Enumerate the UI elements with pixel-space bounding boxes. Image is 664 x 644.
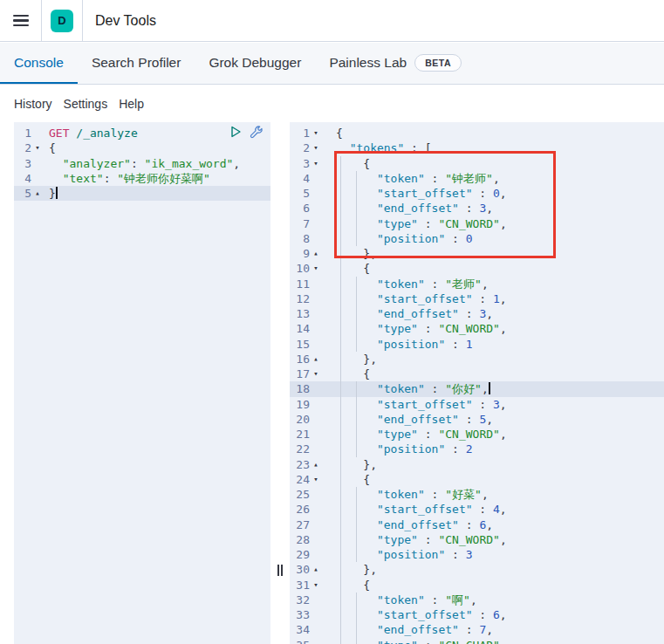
response-editor-line-32[interactable]: 32 "token" : "啊", [290,593,664,607]
response-editor-line-17[interactable]: 17▾ { [290,367,664,381]
fold-open-icon[interactable]: ▾ [310,156,322,171]
response-editor-line-10[interactable]: 10▾ { [290,261,664,276]
code-text: "type" : "CN_WORD", [336,427,664,442]
gutter: 9▴ [290,246,336,261]
response-editor-line-35[interactable]: 35 "type" : "CN_CHAR", [290,638,664,644]
response-editor-line-16[interactable]: 16▴ }, [290,352,664,367]
response-editor-line-22[interactable]: 22 "position" : 2 [290,442,664,456]
response-editor-line-31[interactable]: 31▾ { [290,578,664,593]
gutter: 35 [290,638,336,644]
indent-guide [356,277,357,352]
panel-resize-handle[interactable] [273,560,287,579]
fold-open-icon[interactable]: ▾ [310,140,322,155]
fold-spacer [310,427,322,442]
fold-close-icon[interactable]: ▴ [310,246,322,261]
request-editor-line-4[interactable]: 4 "text": "钟老师你好菜啊" [14,171,270,186]
fold-close-icon[interactable]: ▴ [31,186,44,201]
response-editor-line-3[interactable]: 3▾ { [290,156,664,171]
response-editor-line-2[interactable]: 2▾ "tokens" : [ [290,140,664,155]
response-editor-line-26[interactable]: 26 "start_offset" : 4, [290,502,664,517]
code-text: { [336,578,664,593]
response-editor-line-25[interactable]: 25 "token" : "好菜", [290,487,664,502]
response-editor-line-29[interactable]: 29 "position" : 3 [290,547,664,562]
wrench-icon [250,125,264,139]
response-editor-line-14[interactable]: 14 "type" : "CN_WORD", [290,321,664,336]
response-editor-line-23[interactable]: 23▴ }, [290,457,664,472]
gutter: 23▴ [290,457,336,472]
page-title: Dev Tools [83,0,156,41]
request-options-button[interactable] [250,125,264,139]
code-text: "start_offset" : 4, [336,502,664,517]
line-number: 32 [290,593,310,607]
response-editor-line-7[interactable]: 7 "type" : "CN_WORD", [290,216,664,231]
response-editor-line-27[interactable]: 27 "end_offset" : 6, [290,517,664,532]
fold-open-icon[interactable]: ▾ [310,261,322,276]
request-editor-line-2[interactable]: 2▾{ [14,140,270,155]
fold-spacer [310,532,322,547]
gutter: 24▾ [290,472,336,487]
fold-open-icon[interactable]: ▾ [310,126,322,140]
gutter: 16▴ [290,352,336,367]
line-number: 27 [290,517,310,532]
menu-item-history[interactable]: History [14,97,52,111]
fold-spacer [31,126,44,140]
response-editor-line-33[interactable]: 33 "start_offset" : 6, [290,607,664,622]
fold-spacer [310,381,322,396]
menu-item-settings[interactable]: Settings [64,97,108,111]
response-editor-line-6[interactable]: 6 "end_offset" : 3, [290,201,664,216]
line-number: 26 [290,502,310,517]
response-editor-line-21[interactable]: 21 "type" : "CN_WORD", [290,427,664,442]
response-editor-line-5[interactable]: 5 "start_offset" : 0, [290,186,664,201]
code-text: "type" : "CN_WORD", [336,532,664,547]
request-editor-line-3[interactable]: 3 "analyzer": "ik_max_word", [14,156,270,171]
gutter: 19 [290,397,336,412]
request-editor[interactable]: 1GET /_analyze2▾{3 "analyzer": "ik_max_w… [14,122,270,644]
response-editor-line-20[interactable]: 20 "end_offset" : 5, [290,412,664,427]
send-request-button[interactable] [229,125,243,139]
line-number: 35 [290,638,310,644]
gutter: 31▾ [290,578,336,593]
response-editor-line-28[interactable]: 28 "type" : "CN_WORD", [290,532,664,547]
tab-search-profiler[interactable]: Search Profiler [78,43,195,84]
response-editor-line-1[interactable]: 1▾{ [290,126,664,140]
fold-open-icon[interactable]: ▾ [310,472,322,487]
code-text: "start_offset" : 0, [336,186,664,201]
fold-close-icon[interactable]: ▴ [310,562,322,577]
fold-open-icon[interactable]: ▾ [310,578,322,593]
fold-open-icon[interactable]: ▾ [31,140,44,155]
tab-painless-lab[interactable]: Painless Lab BETA [315,43,476,84]
response-editor-line-24[interactable]: 24▾ { [290,472,664,487]
response-editor-line-13[interactable]: 13 "end_offset" : 3, [290,306,664,321]
menu-item-help[interactable]: Help [119,97,144,111]
line-number: 5 [290,186,310,201]
app-logo[interactable]: D [42,0,83,41]
response-editor[interactable]: 1▾{2▾ "tokens" : [3▾ {4 "token" : "钟老师",… [290,122,664,644]
response-editor-line-19[interactable]: 19 "start_offset" : 3, [290,397,664,412]
response-editor-line-34[interactable]: 34 "end_offset" : 7, [290,622,664,637]
response-editor-line-30[interactable]: 30▴ }, [290,562,664,577]
line-number: 33 [290,607,310,622]
line-number: 30 [290,562,310,577]
response-editor-line-18[interactable]: 18 "token" : "你好", [290,381,664,396]
tab-console[interactable]: Console [0,43,78,84]
fold-close-icon[interactable]: ▴ [310,352,322,367]
request-editor-line-5[interactable]: 5▴} [14,186,270,201]
fold-open-icon[interactable]: ▾ [310,367,322,381]
gutter: 12 [290,291,336,306]
code-text: "tokens" : [ [336,140,664,155]
line-number: 12 [290,291,310,306]
code-text: "end_offset" : 3, [336,201,664,216]
hamburger-menu-button[interactable] [0,0,42,41]
line-number: 24 [290,472,310,487]
response-editor-line-15[interactable]: 15 "position" : 1 [290,337,664,352]
response-editor-line-11[interactable]: 11 "token" : "老师", [290,277,664,291]
line-number: 25 [290,487,310,502]
response-editor-line-9[interactable]: 9▴ }, [290,246,664,261]
tab-grok-debugger[interactable]: Grok Debugger [195,43,315,84]
gutter: 2▾ [290,140,336,155]
fold-close-icon[interactable]: ▴ [310,457,322,472]
play-icon [229,125,243,139]
response-editor-line-12[interactable]: 12 "start_offset" : 1, [290,291,664,306]
response-editor-line-8[interactable]: 8 "position" : 0 [290,231,664,246]
response-editor-line-4[interactable]: 4 "token" : "钟老师", [290,171,664,186]
